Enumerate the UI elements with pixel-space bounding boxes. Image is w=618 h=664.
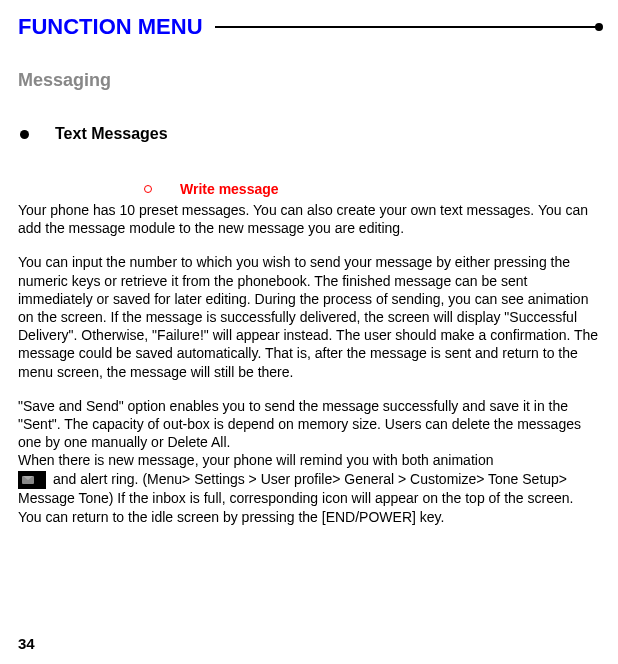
bullet-icon [20, 130, 29, 139]
page-title: FUNCTION MENU [18, 14, 203, 40]
paragraph-4b: and alert ring. (Menu> Settings > User p… [18, 471, 573, 525]
subsection-heading: Text Messages [55, 125, 168, 143]
header-divider [215, 26, 600, 28]
paragraph-4a: When there is new message, your phone wi… [18, 452, 493, 468]
paragraph-3: "Save and Send" option enables you to se… [18, 397, 600, 452]
message-icon [18, 471, 46, 489]
paragraph-4-wrapper: When there is new message, your phone wi… [18, 451, 600, 527]
paragraph-2: You can input the number to which you wi… [18, 253, 600, 380]
page-number: 34 [18, 635, 35, 652]
paragraph-1: Your phone has 10 preset messages. You c… [18, 201, 600, 237]
circle-bullet-icon [144, 185, 152, 193]
subsection-row: Text Messages [18, 125, 600, 143]
item-row: Write message [144, 181, 600, 197]
section-heading: Messaging [18, 70, 600, 91]
item-heading: Write message [180, 181, 279, 197]
